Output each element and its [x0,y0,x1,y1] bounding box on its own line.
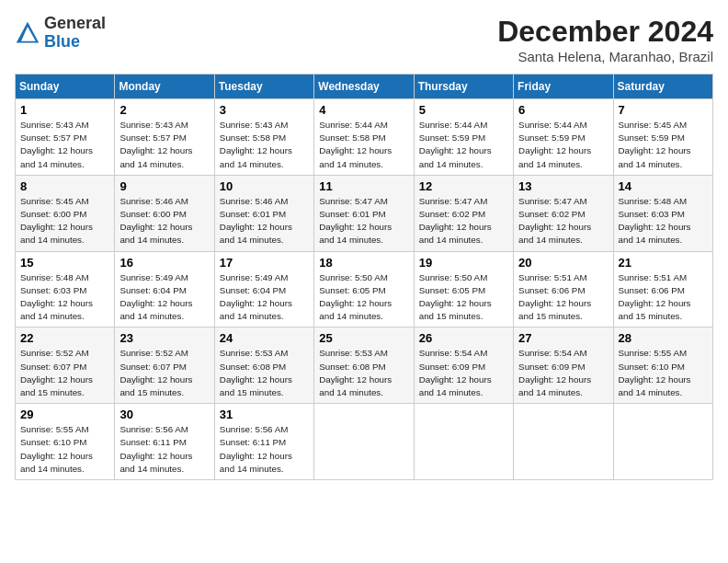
weekday-header-saturday: Saturday [613,75,712,99]
day-info: Sunrise: 5:49 AM Sunset: 6:04 PM Dayligh… [119,271,209,324]
day-info: Sunrise: 5:46 AM Sunset: 6:01 PM Dayligh… [220,195,309,247]
day-number: 30 [119,408,209,421]
month-title: December 2024 [497,15,713,49]
calendar-cell [514,404,613,480]
calendar-table: SundayMondayTuesdayWednesdayThursdayFrid… [15,74,713,480]
day-info: Sunrise: 5:48 AM Sunset: 6:03 PM Dayligh… [619,195,708,247]
day-info: Sunrise: 5:49 AM Sunset: 6:04 PM Dayligh… [220,271,309,324]
calendar-cell: 28 Sunrise: 5:55 AM Sunset: 6:10 PM Dayl… [613,327,712,404]
weekday-header-wednesday: Wednesday [314,75,414,99]
day-info: Sunrise: 5:44 AM Sunset: 5:59 PM Dayligh… [518,119,608,171]
calendar-cell [414,404,513,480]
calendar-cell: 26 Sunrise: 5:54 AM Sunset: 6:09 PM Dayl… [414,327,513,404]
calendar-week-row: 29 Sunrise: 5:55 AM Sunset: 6:10 PM Dayl… [16,404,713,480]
day-info: Sunrise: 5:56 AM Sunset: 6:11 PM Dayligh… [119,423,209,476]
day-info: Sunrise: 5:56 AM Sunset: 6:11 PM Dayligh… [220,423,309,476]
day-number: 9 [119,179,209,193]
day-number: 25 [319,331,408,345]
day-number: 13 [518,179,608,193]
day-number: 12 [419,179,508,193]
day-info: Sunrise: 5:47 AM Sunset: 6:01 PM Dayligh… [319,195,408,247]
day-info: Sunrise: 5:54 AM Sunset: 6:09 PM Dayligh… [518,347,608,399]
calendar-cell: 4 Sunrise: 5:44 AM Sunset: 5:58 PM Dayli… [314,99,414,176]
calendar-cell: 10 Sunrise: 5:46 AM Sunset: 6:01 PM Dayl… [214,175,313,251]
day-number: 7 [619,103,708,117]
weekday-header-sunday: Sunday [16,75,115,99]
day-number: 18 [319,256,408,270]
weekday-header-monday: Monday [115,75,214,99]
calendar-cell: 31 Sunrise: 5:56 AM Sunset: 6:11 PM Dayl… [214,404,313,480]
day-info: Sunrise: 5:53 AM Sunset: 6:08 PM Dayligh… [319,347,408,399]
calendar-cell: 19 Sunrise: 5:50 AM Sunset: 6:05 PM Dayl… [414,251,513,327]
calendar-cell: 30 Sunrise: 5:56 AM Sunset: 6:11 PM Dayl… [115,404,214,480]
calendar-week-row: 1 Sunrise: 5:43 AM Sunset: 5:57 PM Dayli… [16,99,713,176]
day-number: 24 [220,331,309,345]
day-number: 29 [20,408,109,421]
day-number: 22 [20,331,109,345]
calendar-cell: 20 Sunrise: 5:51 AM Sunset: 6:06 PM Dayl… [514,251,613,327]
day-info: Sunrise: 5:46 AM Sunset: 6:00 PM Dayligh… [119,195,209,247]
calendar-cell: 5 Sunrise: 5:44 AM Sunset: 5:59 PM Dayli… [414,99,513,176]
calendar-cell: 6 Sunrise: 5:44 AM Sunset: 5:59 PM Dayli… [514,99,613,176]
location: Santa Helena, Maranhao, Brazil [497,49,713,64]
day-number: 21 [619,256,708,270]
calendar-cell: 18 Sunrise: 5:50 AM Sunset: 6:05 PM Dayl… [314,251,414,327]
day-number: 14 [619,179,708,193]
day-info: Sunrise: 5:43 AM Sunset: 5:57 PM Dayligh… [20,119,109,171]
day-info: Sunrise: 5:45 AM Sunset: 5:59 PM Dayligh… [619,119,708,171]
calendar-cell: 23 Sunrise: 5:52 AM Sunset: 6:07 PM Dayl… [115,327,214,404]
calendar-cell: 14 Sunrise: 5:48 AM Sunset: 6:03 PM Dayl… [613,175,712,251]
weekday-header-row: SundayMondayTuesdayWednesdayThursdayFrid… [16,75,713,99]
day-number: 11 [319,179,408,193]
day-number: 4 [319,103,408,117]
calendar-cell: 11 Sunrise: 5:47 AM Sunset: 6:01 PM Dayl… [314,175,414,251]
calendar-cell: 2 Sunrise: 5:43 AM Sunset: 5:57 PM Dayli… [115,99,214,176]
day-info: Sunrise: 5:55 AM Sunset: 6:10 PM Dayligh… [20,423,109,476]
day-info: Sunrise: 5:43 AM Sunset: 5:57 PM Dayligh… [119,119,209,171]
calendar-cell: 25 Sunrise: 5:53 AM Sunset: 6:08 PM Dayl… [314,327,414,404]
day-info: Sunrise: 5:50 AM Sunset: 6:05 PM Dayligh… [419,271,508,324]
day-number: 19 [419,256,508,270]
day-info: Sunrise: 5:44 AM Sunset: 5:59 PM Dayligh… [419,119,508,171]
day-number: 6 [518,103,608,117]
day-number: 23 [119,331,209,345]
calendar-cell: 21 Sunrise: 5:51 AM Sunset: 6:06 PM Dayl… [613,251,712,327]
calendar-cell: 24 Sunrise: 5:53 AM Sunset: 6:08 PM Dayl… [214,327,313,404]
calendar-week-row: 8 Sunrise: 5:45 AM Sunset: 6:00 PM Dayli… [16,175,713,251]
day-number: 26 [419,331,508,345]
day-info: Sunrise: 5:43 AM Sunset: 5:58 PM Dayligh… [220,119,309,171]
calendar-cell: 8 Sunrise: 5:45 AM Sunset: 6:00 PM Dayli… [16,175,115,251]
day-number: 1 [20,103,109,117]
day-info: Sunrise: 5:51 AM Sunset: 6:06 PM Dayligh… [619,271,708,324]
day-number: 5 [419,103,508,117]
calendar-cell: 16 Sunrise: 5:49 AM Sunset: 6:04 PM Dayl… [115,251,214,327]
day-info: Sunrise: 5:48 AM Sunset: 6:03 PM Dayligh… [20,271,109,324]
day-info: Sunrise: 5:52 AM Sunset: 6:07 PM Dayligh… [119,347,209,399]
day-number: 31 [220,408,309,421]
calendar-cell [613,404,712,480]
calendar-cell: 9 Sunrise: 5:46 AM Sunset: 6:00 PM Dayli… [115,175,214,251]
calendar-cell: 29 Sunrise: 5:55 AM Sunset: 6:10 PM Dayl… [16,404,115,480]
day-info: Sunrise: 5:45 AM Sunset: 6:00 PM Dayligh… [20,195,109,247]
day-info: Sunrise: 5:53 AM Sunset: 6:08 PM Dayligh… [220,347,309,399]
day-info: Sunrise: 5:51 AM Sunset: 6:06 PM Dayligh… [518,271,608,324]
logo-text: General Blue [44,15,106,52]
day-info: Sunrise: 5:50 AM Sunset: 6:05 PM Dayligh… [319,271,408,324]
calendar-cell: 13 Sunrise: 5:47 AM Sunset: 6:02 PM Dayl… [514,175,613,251]
day-number: 8 [20,179,109,193]
weekday-header-friday: Friday [514,75,613,99]
day-number: 3 [220,103,309,117]
calendar-cell: 7 Sunrise: 5:45 AM Sunset: 5:59 PM Dayli… [613,99,712,176]
calendar-cell [314,404,414,480]
calendar-cell: 27 Sunrise: 5:54 AM Sunset: 6:09 PM Dayl… [514,327,613,404]
day-info: Sunrise: 5:47 AM Sunset: 6:02 PM Dayligh… [518,195,608,247]
day-number: 20 [518,256,608,270]
calendar-cell: 17 Sunrise: 5:49 AM Sunset: 6:04 PM Dayl… [214,251,313,327]
page-header: General Blue December 2024 Santa Helena,… [15,15,713,64]
logo: General Blue [15,15,106,52]
day-info: Sunrise: 5:52 AM Sunset: 6:07 PM Dayligh… [20,347,109,399]
calendar-cell: 15 Sunrise: 5:48 AM Sunset: 6:03 PM Dayl… [16,251,115,327]
day-info: Sunrise: 5:47 AM Sunset: 6:02 PM Dayligh… [419,195,508,247]
day-number: 17 [220,256,309,270]
calendar-week-row: 15 Sunrise: 5:48 AM Sunset: 6:03 PM Dayl… [16,251,713,327]
